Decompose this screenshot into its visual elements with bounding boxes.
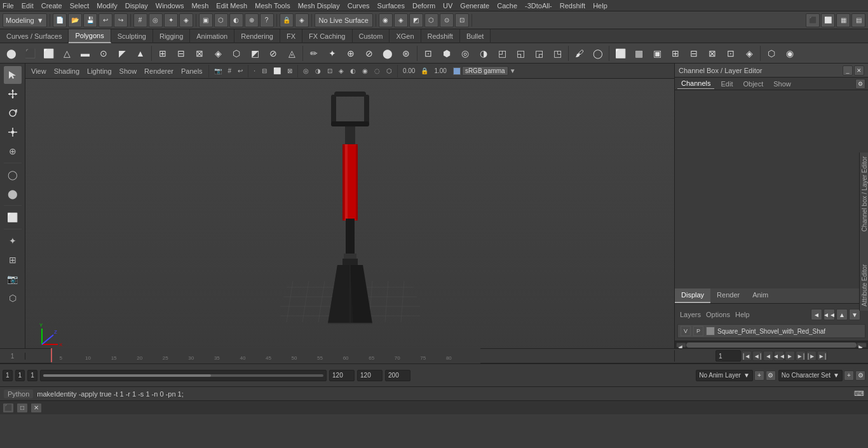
vp-view-menu[interactable]: View: [28, 67, 50, 75]
select-tool[interactable]: [4, 66, 22, 84]
menu-cache[interactable]: Cache: [497, 2, 517, 10]
frame-start-field[interactable]: 1: [3, 370, 13, 381]
range-slider[interactable]: [40, 370, 327, 381]
scroll-left-btn[interactable]: ◄: [676, 343, 686, 348]
tab-sculpting[interactable]: Sculpting: [111, 29, 153, 43]
undo-btn[interactable]: ↩: [98, 13, 112, 27]
vp-shadow-btn[interactable]: ◌: [372, 65, 383, 77]
cb-tab-channels[interactable]: Channels: [677, 78, 714, 89]
layer-vis-p[interactable]: P: [693, 326, 703, 336]
vp-float2[interactable]: 1.00: [431, 65, 449, 77]
render-btn1[interactable]: ◉: [379, 13, 393, 27]
frame-end-field[interactable]: 120: [329, 370, 355, 381]
snap-curve-btn[interactable]: ◎: [149, 13, 163, 27]
right-panel-scrollbar[interactable]: ◄ ►: [675, 341, 868, 348]
char-set-btn2[interactable]: ⚙: [855, 370, 865, 381]
vp-xray-btn[interactable]: ◑: [313, 65, 323, 77]
cb-settings-btn[interactable]: ⚙: [855, 79, 865, 89]
extra2-btn[interactable]: ◉: [781, 44, 799, 62]
current-frame-field[interactable]: 1: [715, 350, 741, 362]
menu-curves[interactable]: Curves: [348, 2, 370, 10]
taskbar-restore-btn[interactable]: □: [17, 403, 28, 413]
mirror-btn[interactable]: ⊠: [191, 44, 208, 62]
render-btn4[interactable]: ⬡: [424, 13, 438, 27]
smooth-btn[interactable]: ◈: [209, 44, 227, 62]
vp-wireframe-btn[interactable]: ⊡: [325, 65, 335, 77]
rotate-tool[interactable]: [4, 104, 22, 122]
tab-xgen[interactable]: XGen: [390, 29, 421, 43]
cone-btn[interactable]: △: [58, 44, 76, 62]
render-btn5[interactable]: ⊙: [440, 13, 454, 27]
python-command[interactable]: makeIdentity -apply true -t 1 -r 1 -s 1 …: [37, 390, 850, 398]
duplicate-btn[interactable]: ◰: [493, 44, 511, 62]
scale-tool[interactable]: [4, 123, 22, 141]
bottom-icon[interactable]: ⬡: [4, 289, 22, 307]
vp-isolate-btn[interactable]: ◎: [301, 65, 311, 77]
new-file-btn[interactable]: 📄: [53, 13, 67, 27]
open-file-btn[interactable]: 📂: [68, 13, 82, 27]
menu-modify[interactable]: Modify: [97, 2, 117, 10]
panel-minimize-btn[interactable]: _: [843, 65, 853, 76]
vtab-attribute-editor[interactable]: Attribute Editor: [860, 261, 868, 310]
snap-point-btn[interactable]: ✦: [164, 13, 178, 27]
dt-tab-render[interactable]: Render: [710, 288, 746, 303]
pb-play-fwd[interactable]: ►: [785, 351, 795, 361]
vp-sel-vert[interactable]: ·: [251, 65, 258, 77]
layer-down-btn[interactable]: ▼: [849, 309, 860, 320]
menu-mesh[interactable]: Mesh: [191, 2, 208, 10]
panel-close-btn[interactable]: ✕: [854, 65, 864, 76]
gamma-selector[interactable]: sRGB gamma: [462, 66, 508, 76]
tab-animation[interactable]: Animation: [190, 29, 234, 43]
frame-max-field[interactable]: 120: [357, 370, 383, 381]
pyramid-btn[interactable]: ▲: [132, 44, 149, 62]
paint-weights-btn[interactable]: 🖌: [571, 44, 588, 62]
layout-btn3[interactable]: ▦: [836, 13, 850, 27]
save-file-btn[interactable]: 💾: [83, 13, 97, 27]
char-set-dropdown[interactable]: No Character Set ▼: [778, 370, 843, 381]
cylinder-btn[interactable]: ⬜: [39, 44, 57, 62]
move-tool[interactable]: [4, 85, 22, 103]
transform-btn[interactable]: ⊕: [245, 13, 259, 27]
cb-tab-object[interactable]: Object: [739, 79, 767, 89]
pen-btn[interactable]: ✏: [305, 44, 323, 62]
layers-menu-layers[interactable]: Layers: [680, 311, 701, 318]
plane-btn[interactable]: ▬: [76, 44, 94, 62]
layer-add-selected-btn[interactable]: ◄: [811, 309, 822, 320]
scene-view[interactable]: X Y Z persp: [25, 79, 674, 348]
uv5-btn[interactable]: ⊟: [685, 44, 703, 62]
frame-max2-field[interactable]: 200: [385, 370, 410, 381]
vp-sel-uv[interactable]: ⊠: [285, 65, 295, 77]
uv6-btn[interactable]: ⊠: [703, 44, 721, 62]
vp-sel-face[interactable]: ⬜: [271, 65, 283, 77]
render-btn6[interactable]: ⊡: [455, 13, 469, 27]
connect-btn[interactable]: ⊕: [342, 44, 360, 62]
python-icon[interactable]: ⌨: [854, 390, 864, 398]
tab-rendering[interactable]: Rendering: [234, 29, 280, 43]
lock-btn[interactable]: 🔒: [280, 13, 294, 27]
highlight-btn[interactable]: ◈: [295, 13, 309, 27]
layer-vis-v[interactable]: V: [681, 326, 691, 336]
frame-current-field[interactable]: 1: [15, 370, 25, 381]
fill-btn[interactable]: ⬢: [438, 44, 456, 62]
pb-next-key[interactable]: |►: [806, 351, 817, 361]
prism-btn[interactable]: ◤: [113, 44, 131, 62]
redo-btn[interactable]: ↪: [114, 13, 128, 27]
vp-renderer-menu[interactable]: Renderer: [141, 67, 177, 75]
extract-btn[interactable]: ◱: [512, 44, 529, 62]
pb-go-start[interactable]: |◄: [742, 351, 752, 361]
mode-dropdown[interactable]: Modeling ▼: [3, 13, 47, 27]
frame-current2-field[interactable]: 1: [27, 370, 37, 381]
render-btn3[interactable]: ◩: [409, 13, 423, 27]
uv2-btn[interactable]: ▦: [630, 44, 648, 62]
transform2-btn[interactable]: ✦: [323, 44, 341, 62]
paint-btn[interactable]: ◐: [229, 13, 243, 27]
gamma-swatch[interactable]: [453, 67, 461, 75]
split-btn[interactable]: ⊘: [360, 44, 378, 62]
pb-prev-key[interactable]: ◄|: [752, 351, 763, 361]
char-set-btn1[interactable]: +: [844, 370, 854, 381]
menu-help[interactable]: Help: [593, 2, 607, 10]
menu-mesh-display[interactable]: Mesh Display: [298, 2, 340, 10]
layer-row[interactable]: V P Square_Point_Shovel_with_Red_Shaf: [677, 324, 865, 338]
menu-windows[interactable]: Windows: [156, 2, 184, 10]
menu-generate[interactable]: Generate: [460, 2, 489, 10]
